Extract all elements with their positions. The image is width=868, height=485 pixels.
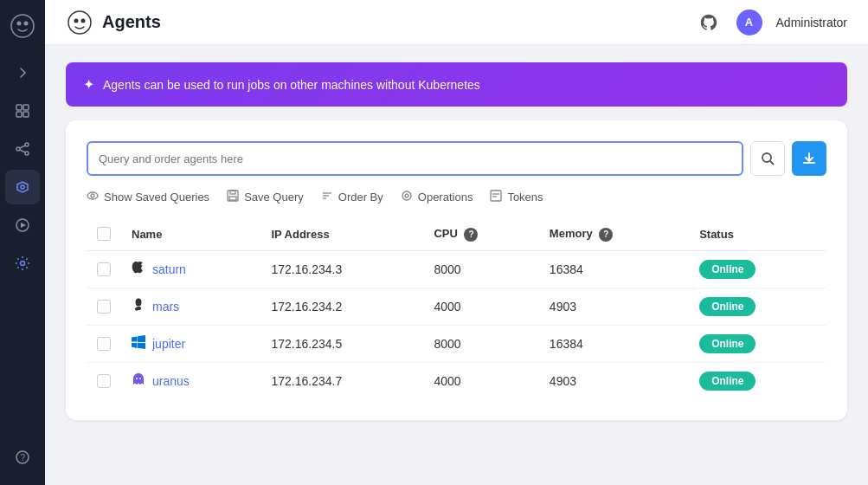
sidebar-item-help[interactable]: ?: [5, 440, 40, 475]
filter-label: Save Query: [244, 191, 304, 204]
ghost-icon: [132, 372, 145, 390]
sidebar-item-pipelines[interactable]: [5, 132, 40, 166]
svg-point-2: [24, 22, 29, 26]
filter-save-query[interactable]: Save Query: [227, 190, 304, 204]
agent-name-cell[interactable]: saturn: [132, 261, 250, 278]
svg-rect-6: [23, 112, 29, 117]
svg-line-11: [20, 150, 25, 152]
col-memory: Memory ?: [539, 218, 689, 250]
agents-logo-icon: [66, 9, 93, 36]
svg-marker-14: [21, 223, 26, 228]
banner-text: Agents can be used to run jobs on other …: [103, 78, 480, 92]
status-badge: Online: [699, 334, 755, 353]
order-icon: [321, 190, 333, 204]
svg-point-19: [74, 18, 79, 23]
sidebar-toggle[interactable]: [5, 55, 40, 90]
table-row: saturn 172.16.234.3 8000 16384 Online: [87, 250, 826, 288]
agents-table-wrapper: Name IP Address CPU ? Memory ? Status: [87, 218, 826, 399]
col-status: Status: [689, 218, 826, 250]
svg-point-21: [762, 153, 771, 162]
svg-point-24: [91, 194, 94, 197]
github-icon-button[interactable]: [695, 9, 723, 36]
username-label: Administrator: [776, 16, 847, 29]
row-checkbox[interactable]: [97, 374, 111, 388]
svg-rect-5: [16, 112, 22, 117]
agents-card: Show Saved Queries Save Query: [66, 120, 847, 420]
filter-show-saved-queries[interactable]: Show Saved Queries: [87, 190, 209, 204]
cpu-help-icon: ?: [464, 228, 478, 242]
user-avatar[interactable]: A: [736, 10, 762, 36]
svg-point-36: [136, 298, 142, 306]
sidebar-item-dashboard[interactable]: [5, 94, 40, 128]
svg-rect-26: [230, 191, 235, 194]
filter-label: Tokens: [507, 191, 543, 204]
agent-ip: 172.16.234.7: [260, 362, 423, 399]
search-wrapper: [87, 141, 743, 176]
svg-point-7: [16, 147, 20, 151]
filter-row: Show Saved Queries Save Query: [87, 190, 826, 204]
svg-rect-3: [16, 105, 22, 110]
tokens-icon: [490, 190, 502, 204]
svg-point-32: [405, 194, 408, 197]
agent-cpu: 4000: [423, 362, 538, 399]
select-all-checkbox[interactable]: [97, 227, 111, 241]
search-input[interactable]: [87, 141, 743, 176]
eye-icon: [87, 190, 99, 204]
agents-table: Name IP Address CPU ? Memory ? Status: [87, 218, 826, 399]
agent-memory: 4903: [539, 288, 689, 325]
memory-help-icon: ?: [599, 228, 613, 242]
svg-point-15: [21, 262, 25, 266]
agent-memory: 16384: [539, 325, 689, 362]
row-checkbox[interactable]: [97, 337, 111, 351]
page-header: Agents A Administrator: [45, 0, 868, 45]
col-name: Name: [121, 218, 260, 250]
sidebar-item-settings[interactable]: [5, 246, 40, 281]
agent-name-cell[interactable]: mars: [132, 298, 250, 315]
svg-point-12: [21, 185, 24, 189]
svg-point-8: [25, 143, 29, 146]
page-title-wrapper: Agents: [66, 9, 161, 36]
agent-ip: 172.16.234.2: [260, 288, 423, 325]
status-badge: Online: [699, 372, 755, 391]
table-row: uranus 172.16.234.7 4000 4903 Online: [87, 362, 826, 399]
linux-icon: [132, 298, 145, 315]
filter-label: Order By: [338, 191, 383, 204]
svg-point-0: [11, 15, 34, 37]
agent-memory: 16384: [539, 250, 689, 288]
page-body: ✦ Agents can be used to run jobs on othe…: [45, 45, 868, 485]
windows-icon: [132, 335, 145, 352]
filter-label: Show Saved Queries: [104, 191, 209, 204]
svg-line-10: [20, 146, 25, 148]
agent-cpu: 8000: [423, 250, 538, 288]
app-logo: [7, 10, 38, 42]
agent-name-cell[interactable]: jupiter: [132, 335, 250, 352]
svg-point-31: [402, 191, 411, 200]
sidebar: ?: [0, 0, 45, 485]
table-row: jupiter 172.16.234.5 8000 16384 Online: [87, 325, 826, 362]
save-icon: [227, 190, 239, 204]
search-button[interactable]: [750, 141, 785, 176]
svg-point-38: [139, 378, 141, 379]
search-row: [87, 141, 826, 176]
col-cpu: CPU ?: [423, 218, 538, 250]
sidebar-item-runs[interactable]: [5, 208, 40, 242]
status-badge: Online: [699, 297, 755, 316]
svg-line-22: [770, 161, 774, 165]
svg-point-18: [68, 11, 91, 34]
sidebar-item-agents[interactable]: [5, 170, 40, 204]
svg-point-20: [81, 18, 86, 23]
svg-rect-27: [229, 197, 236, 200]
filter-order-by[interactable]: Order By: [321, 190, 383, 204]
apple-icon: [132, 261, 145, 278]
row-checkbox[interactable]: [97, 262, 111, 276]
filter-operations[interactable]: Operations: [401, 190, 473, 204]
row-checkbox[interactable]: [97, 300, 111, 314]
operations-icon: [401, 190, 413, 204]
agent-name-cell[interactable]: uranus: [132, 372, 250, 390]
svg-rect-4: [23, 105, 29, 110]
download-button[interactable]: [792, 141, 826, 176]
filter-tokens[interactable]: Tokens: [490, 190, 543, 204]
svg-point-1: [17, 22, 22, 26]
svg-point-23: [87, 192, 98, 199]
svg-text:?: ?: [21, 453, 26, 462]
